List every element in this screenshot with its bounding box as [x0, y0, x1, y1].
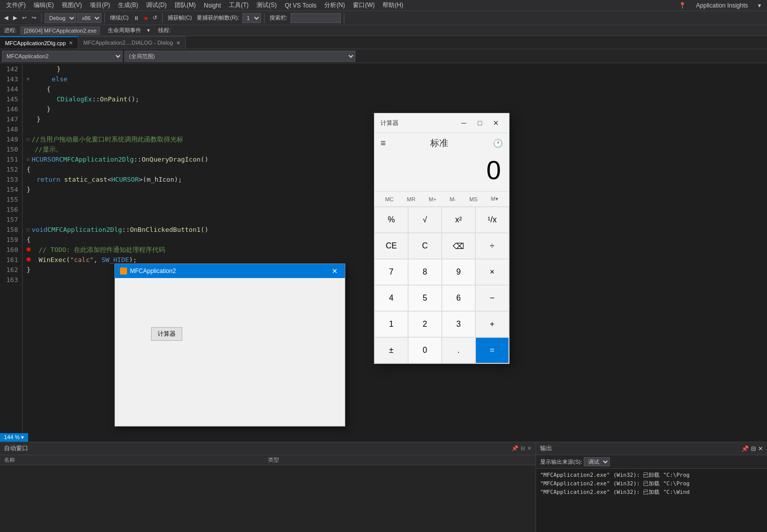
- menu-file[interactable]: 文件(F): [2, 0, 30, 11]
- mfc-dialog-close-btn[interactable]: ✕: [330, 267, 340, 275]
- capture-count-label: 要捕获的帧数(R):: [195, 13, 241, 23]
- calc-minimize-btn[interactable]: ─: [457, 117, 471, 128]
- menu-team[interactable]: 团队(M): [171, 0, 200, 11]
- calc-sqrt-btn[interactable]: √: [408, 207, 442, 233]
- panel-dock-icon[interactable]: ⊟: [521, 445, 525, 452]
- calc-subtract-btn[interactable]: −: [475, 285, 509, 311]
- toolbar-redo-btn[interactable]: ↪: [30, 14, 38, 22]
- calc-5-btn[interactable]: 5: [408, 285, 442, 311]
- capture-btn[interactable]: 捕获帧(C): [166, 13, 194, 23]
- calculator-window: 计算器 ─ □ ✕ ≡ 标准 🕐 0 MC MR M+ M- MS M▾ % √…: [374, 113, 509, 364]
- platform-select[interactable]: x86: [77, 13, 101, 23]
- menu-help[interactable]: 帮助(H): [378, 0, 407, 11]
- menu-qt[interactable]: Qt VS Tools: [281, 1, 320, 10]
- output-line-2: "MFCApplication2.exe" (Win32): 已加载 "C:\P…: [540, 479, 763, 488]
- calc-hamburger-icon[interactable]: ≡: [380, 138, 386, 149]
- calc-0-btn[interactable]: 0: [408, 337, 442, 363]
- calc-plusminus-btn[interactable]: ±: [374, 337, 408, 363]
- calc-close-btn[interactable]: ✕: [489, 117, 503, 128]
- output-close-icon[interactable]: ✕: [758, 445, 763, 452]
- pause-btn[interactable]: ⏸: [132, 14, 141, 22]
- zoom-indicator: 144 % ▾: [0, 433, 28, 442]
- calc-backspace-btn[interactable]: ⌫: [442, 233, 475, 259]
- line-numbers: 142 143 144 145 146 147 148 149 150 151 …: [0, 63, 23, 442]
- calc-history-icon[interactable]: 🕐: [493, 139, 503, 148]
- menu-debug[interactable]: 调试(D): [142, 0, 171, 11]
- calc-2-btn[interactable]: 2: [408, 311, 442, 337]
- col-type: 类型: [268, 456, 532, 464]
- menu-tools[interactable]: 工具(T): [225, 0, 252, 11]
- calc-9-btn[interactable]: 9: [442, 259, 475, 285]
- mfc-calc-button[interactable]: 计算器: [151, 327, 182, 341]
- calc-ce-btn[interactable]: CE: [374, 233, 408, 259]
- mfc-dialog-body: 计算器: [115, 278, 345, 425]
- calc-mode-label: 标准: [430, 137, 448, 149]
- continue-btn[interactable]: 继续(C): [108, 13, 131, 23]
- calc-decimal-btn[interactable]: .: [442, 337, 475, 363]
- calc-4-btn[interactable]: 4: [374, 285, 408, 311]
- menu-view[interactable]: 视图(V): [58, 0, 86, 11]
- calc-1-btn[interactable]: 1: [374, 311, 408, 337]
- auto-window-panel: 自动窗口 📌 ⊟ ✕ 名称 类型: [0, 442, 536, 532]
- calc-6-btn[interactable]: 6: [442, 285, 475, 311]
- calc-maximize-btn[interactable]: □: [473, 117, 487, 128]
- menu-analyze[interactable]: 分析(N): [320, 0, 349, 11]
- process-value[interactable]: [28604] MFCApplication2.exe: [21, 27, 100, 35]
- output-text: "MFCApplication2.exe" (Win32): 已卸载 "C:\P…: [536, 469, 767, 532]
- menu-build[interactable]: 生成(B): [114, 0, 142, 11]
- calc-divide-btn[interactable]: ÷: [475, 233, 509, 259]
- toolbar-back-btn[interactable]: ◀: [2, 14, 10, 22]
- menu-project[interactable]: 项目(P): [86, 0, 114, 11]
- output-source-label: 显示输出来源(S):: [540, 459, 582, 465]
- restart-btn[interactable]: ↺: [151, 14, 159, 22]
- calc-c-btn[interactable]: C: [408, 233, 442, 259]
- tab-cpp-close[interactable]: ✕: [69, 40, 73, 46]
- scope-dropdown[interactable]: (全局范围): [124, 51, 355, 62]
- calc-mplus-btn[interactable]: M+: [426, 194, 440, 204]
- tab-dialog-close[interactable]: ✕: [176, 40, 180, 46]
- pin-icon[interactable]: 📌: [512, 445, 519, 452]
- class-dropdown[interactable]: MFCApplication2: [2, 51, 122, 62]
- calc-titlebar: 计算器 ─ □ ✕: [374, 113, 509, 133]
- calc-mc-btn[interactable]: MC: [382, 194, 397, 204]
- menu-nsight[interactable]: Nsight: [200, 1, 225, 10]
- calc-8-btn[interactable]: 8: [408, 259, 442, 285]
- ai-dropdown-icon[interactable]: ▾: [754, 1, 765, 10]
- calc-mminus-btn[interactable]: M-: [447, 194, 459, 204]
- tab-dialog[interactable]: MFCApplication2....DIALOG - Dialog ✕: [78, 36, 186, 49]
- calc-square-btn[interactable]: x²: [442, 207, 475, 233]
- toolbar-forward-btn[interactable]: ▶: [11, 14, 19, 22]
- calc-add-btn[interactable]: +: [475, 311, 509, 337]
- output-pin-icon[interactable]: 📌: [741, 445, 749, 452]
- search-input[interactable]: [291, 13, 341, 23]
- menu-test[interactable]: 测试(S): [252, 0, 281, 11]
- menu-window[interactable]: 窗口(W): [349, 0, 378, 11]
- calc-multiply-btn[interactable]: ×: [475, 259, 509, 285]
- toolbar-nav-group: ◀ ▶ ↩ ↪: [2, 14, 42, 22]
- output-line-1: "MFCApplication2.exe" (Win32): 已卸载 "C:\P…: [540, 471, 763, 479]
- calc-mr-btn[interactable]: MR: [404, 194, 419, 204]
- calc-equals-btn[interactable]: =: [475, 337, 509, 363]
- toolbar-undo-btn[interactable]: ↩: [20, 14, 29, 22]
- lifecycle-icon: ▾: [147, 27, 150, 34]
- zoom-value: 144 %: [4, 434, 20, 440]
- tab-dialog-label: MFCApplication2....DIALOG - Dialog: [83, 40, 173, 46]
- panel-close-icon[interactable]: ✕: [527, 445, 532, 452]
- calc-7-btn[interactable]: 7: [374, 259, 408, 285]
- tab-cpp[interactable]: MFCApplication2Dlg.cpp ✕: [0, 36, 78, 49]
- output-source-select[interactable]: 调试: [584, 457, 610, 466]
- calc-ms-btn[interactable]: MS: [466, 194, 481, 204]
- calc-reciprocal-btn[interactable]: ¹/x: [475, 207, 509, 233]
- thread-label: 线程:: [158, 27, 171, 34]
- zoom-icon: ▾: [21, 434, 24, 440]
- stop-btn[interactable]: ■: [142, 14, 150, 22]
- menu-edit[interactable]: 编辑(E): [30, 0, 58, 11]
- output-dock-icon[interactable]: ⊟: [751, 445, 756, 452]
- auto-window-columns: 名称 类型: [0, 455, 536, 465]
- capture-count-select[interactable]: 1: [242, 13, 261, 23]
- calc-mexpand-btn[interactable]: M▾: [488, 194, 501, 204]
- code-line-144: {: [27, 84, 763, 94]
- calc-3-btn[interactable]: 3: [442, 311, 475, 337]
- calc-percent-btn[interactable]: %: [374, 207, 408, 233]
- config-select[interactable]: Debug: [45, 13, 76, 23]
